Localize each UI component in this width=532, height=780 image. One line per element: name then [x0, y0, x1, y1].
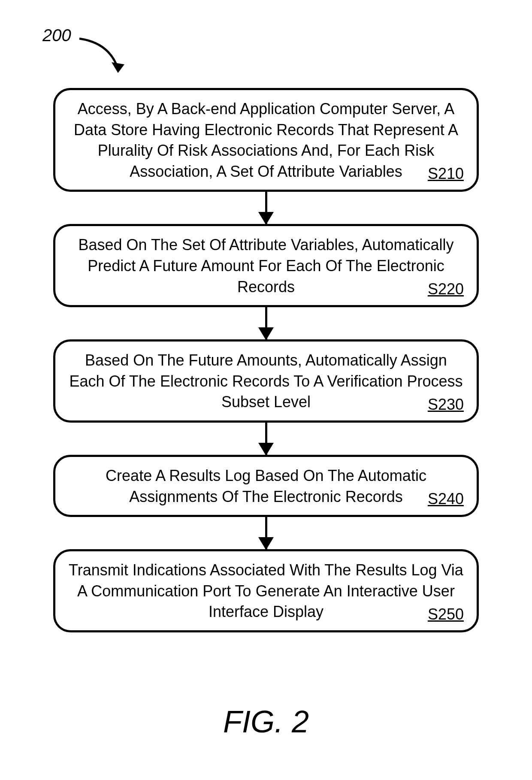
step-box-s230: Based On The Future Amounts, Automatical… — [53, 339, 479, 423]
step-box-s210: Access, By A Back-end Application Comput… — [53, 88, 479, 192]
reference-arrow-icon — [75, 34, 139, 90]
step-text: Access, By A Back-end Application Comput… — [66, 99, 466, 182]
arrow-down-icon — [265, 423, 267, 455]
step-label: S220 — [428, 280, 464, 298]
arrow-down-icon — [265, 517, 267, 549]
arrow-down-icon — [265, 307, 267, 339]
step-label: S250 — [428, 605, 464, 623]
svg-marker-0 — [112, 62, 124, 73]
step-box-s250: Transmit Indications Associated With The… — [53, 549, 479, 632]
step-text: Based On The Future Amounts, Automatical… — [66, 350, 466, 413]
step-text: Create A Results Log Based On The Automa… — [66, 466, 466, 507]
figure-label: FIG. 2 — [223, 704, 309, 739]
arrow-down-icon — [265, 192, 267, 224]
step-text: Transmit Indications Associated With The… — [66, 560, 466, 623]
step-label: S210 — [428, 165, 464, 183]
step-label: S230 — [428, 396, 464, 414]
step-label: S240 — [428, 490, 464, 508]
flowchart-container: Access, By A Back-end Application Comput… — [53, 88, 479, 632]
step-box-s220: Based On The Set Of Attribute Variables,… — [53, 224, 479, 307]
step-box-s240: Create A Results Log Based On The Automa… — [53, 455, 479, 517]
step-text: Based On The Set Of Attribute Variables,… — [66, 235, 466, 297]
reference-number: 200 — [42, 26, 71, 45]
